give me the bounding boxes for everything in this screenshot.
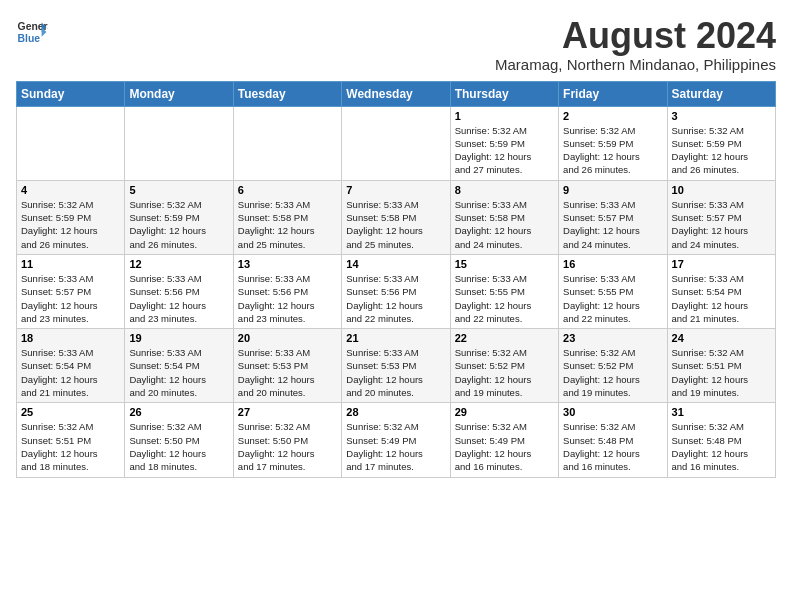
day-number: 31 xyxy=(672,406,771,418)
day-number: 19 xyxy=(129,332,228,344)
day-number: 12 xyxy=(129,258,228,270)
calendar: SundayMondayTuesdayWednesdayThursdayFrid… xyxy=(16,81,776,478)
day-info: Sunrise: 5:33 AM Sunset: 5:56 PM Dayligh… xyxy=(238,272,337,325)
calendar-cell: 21Sunrise: 5:33 AM Sunset: 5:53 PM Dayli… xyxy=(342,329,450,403)
day-number: 22 xyxy=(455,332,554,344)
calendar-cell: 16Sunrise: 5:33 AM Sunset: 5:55 PM Dayli… xyxy=(559,254,667,328)
calendar-cell: 12Sunrise: 5:33 AM Sunset: 5:56 PM Dayli… xyxy=(125,254,233,328)
calendar-cell: 3Sunrise: 5:32 AM Sunset: 5:59 PM Daylig… xyxy=(667,106,775,180)
calendar-cell: 25Sunrise: 5:32 AM Sunset: 5:51 PM Dayli… xyxy=(17,403,125,477)
day-number: 1 xyxy=(455,110,554,122)
main-title: August 2024 xyxy=(495,16,776,56)
calendar-cell: 2Sunrise: 5:32 AM Sunset: 5:59 PM Daylig… xyxy=(559,106,667,180)
day-info: Sunrise: 5:33 AM Sunset: 5:53 PM Dayligh… xyxy=(238,346,337,399)
day-info: Sunrise: 5:33 AM Sunset: 5:56 PM Dayligh… xyxy=(346,272,445,325)
day-info: Sunrise: 5:32 AM Sunset: 5:51 PM Dayligh… xyxy=(672,346,771,399)
day-number: 8 xyxy=(455,184,554,196)
calendar-cell: 14Sunrise: 5:33 AM Sunset: 5:56 PM Dayli… xyxy=(342,254,450,328)
day-number: 18 xyxy=(21,332,120,344)
day-number: 30 xyxy=(563,406,662,418)
day-number: 15 xyxy=(455,258,554,270)
day-info: Sunrise: 5:33 AM Sunset: 5:53 PM Dayligh… xyxy=(346,346,445,399)
day-info: Sunrise: 5:33 AM Sunset: 5:58 PM Dayligh… xyxy=(455,198,554,251)
calendar-cell: 20Sunrise: 5:33 AM Sunset: 5:53 PM Dayli… xyxy=(233,329,341,403)
day-info: Sunrise: 5:33 AM Sunset: 5:57 PM Dayligh… xyxy=(672,198,771,251)
calendar-cell: 10Sunrise: 5:33 AM Sunset: 5:57 PM Dayli… xyxy=(667,180,775,254)
day-of-week-header: Saturday xyxy=(667,81,775,106)
day-number: 16 xyxy=(563,258,662,270)
calendar-cell: 24Sunrise: 5:32 AM Sunset: 5:51 PM Dayli… xyxy=(667,329,775,403)
calendar-cell xyxy=(342,106,450,180)
calendar-cell: 17Sunrise: 5:33 AM Sunset: 5:54 PM Dayli… xyxy=(667,254,775,328)
calendar-cell: 15Sunrise: 5:33 AM Sunset: 5:55 PM Dayli… xyxy=(450,254,558,328)
calendar-cell: 27Sunrise: 5:32 AM Sunset: 5:50 PM Dayli… xyxy=(233,403,341,477)
day-info: Sunrise: 5:33 AM Sunset: 5:54 PM Dayligh… xyxy=(21,346,120,399)
day-info: Sunrise: 5:32 AM Sunset: 5:59 PM Dayligh… xyxy=(129,198,228,251)
calendar-cell: 29Sunrise: 5:32 AM Sunset: 5:49 PM Dayli… xyxy=(450,403,558,477)
day-info: Sunrise: 5:32 AM Sunset: 5:49 PM Dayligh… xyxy=(455,420,554,473)
day-info: Sunrise: 5:33 AM Sunset: 5:58 PM Dayligh… xyxy=(238,198,337,251)
calendar-cell: 26Sunrise: 5:32 AM Sunset: 5:50 PM Dayli… xyxy=(125,403,233,477)
calendar-header-row: SundayMondayTuesdayWednesdayThursdayFrid… xyxy=(17,81,776,106)
day-number: 25 xyxy=(21,406,120,418)
day-info: Sunrise: 5:32 AM Sunset: 5:59 PM Dayligh… xyxy=(455,124,554,177)
calendar-week-row: 18Sunrise: 5:33 AM Sunset: 5:54 PM Dayli… xyxy=(17,329,776,403)
day-info: Sunrise: 5:32 AM Sunset: 5:49 PM Dayligh… xyxy=(346,420,445,473)
calendar-cell: 1Sunrise: 5:32 AM Sunset: 5:59 PM Daylig… xyxy=(450,106,558,180)
day-info: Sunrise: 5:33 AM Sunset: 5:57 PM Dayligh… xyxy=(563,198,662,251)
day-info: Sunrise: 5:33 AM Sunset: 5:56 PM Dayligh… xyxy=(129,272,228,325)
calendar-week-row: 25Sunrise: 5:32 AM Sunset: 5:51 PM Dayli… xyxy=(17,403,776,477)
calendar-cell: 30Sunrise: 5:32 AM Sunset: 5:48 PM Dayli… xyxy=(559,403,667,477)
day-info: Sunrise: 5:32 AM Sunset: 5:59 PM Dayligh… xyxy=(563,124,662,177)
day-number: 26 xyxy=(129,406,228,418)
calendar-cell: 31Sunrise: 5:32 AM Sunset: 5:48 PM Dayli… xyxy=(667,403,775,477)
day-of-week-header: Wednesday xyxy=(342,81,450,106)
day-number: 29 xyxy=(455,406,554,418)
day-info: Sunrise: 5:33 AM Sunset: 5:55 PM Dayligh… xyxy=(455,272,554,325)
day-number: 20 xyxy=(238,332,337,344)
day-info: Sunrise: 5:32 AM Sunset: 5:50 PM Dayligh… xyxy=(129,420,228,473)
calendar-week-row: 11Sunrise: 5:33 AM Sunset: 5:57 PM Dayli… xyxy=(17,254,776,328)
calendar-cell: 19Sunrise: 5:33 AM Sunset: 5:54 PM Dayli… xyxy=(125,329,233,403)
day-info: Sunrise: 5:32 AM Sunset: 5:50 PM Dayligh… xyxy=(238,420,337,473)
day-number: 28 xyxy=(346,406,445,418)
day-number: 27 xyxy=(238,406,337,418)
calendar-cell xyxy=(233,106,341,180)
day-number: 10 xyxy=(672,184,771,196)
day-number: 6 xyxy=(238,184,337,196)
calendar-cell xyxy=(125,106,233,180)
day-info: Sunrise: 5:32 AM Sunset: 5:52 PM Dayligh… xyxy=(455,346,554,399)
calendar-cell xyxy=(17,106,125,180)
day-number: 5 xyxy=(129,184,228,196)
day-number: 21 xyxy=(346,332,445,344)
day-number: 24 xyxy=(672,332,771,344)
calendar-cell: 6Sunrise: 5:33 AM Sunset: 5:58 PM Daylig… xyxy=(233,180,341,254)
calendar-cell: 4Sunrise: 5:32 AM Sunset: 5:59 PM Daylig… xyxy=(17,180,125,254)
calendar-cell: 22Sunrise: 5:32 AM Sunset: 5:52 PM Dayli… xyxy=(450,329,558,403)
calendar-cell: 23Sunrise: 5:32 AM Sunset: 5:52 PM Dayli… xyxy=(559,329,667,403)
calendar-week-row: 4Sunrise: 5:32 AM Sunset: 5:59 PM Daylig… xyxy=(17,180,776,254)
calendar-cell: 11Sunrise: 5:33 AM Sunset: 5:57 PM Dayli… xyxy=(17,254,125,328)
logo-icon: General Blue xyxy=(16,16,48,48)
day-number: 17 xyxy=(672,258,771,270)
header: General Blue August 2024 Maramag, Northe… xyxy=(16,16,776,73)
day-info: Sunrise: 5:33 AM Sunset: 5:58 PM Dayligh… xyxy=(346,198,445,251)
day-of-week-header: Monday xyxy=(125,81,233,106)
day-number: 13 xyxy=(238,258,337,270)
day-number: 7 xyxy=(346,184,445,196)
day-of-week-header: Sunday xyxy=(17,81,125,106)
calendar-cell: 9Sunrise: 5:33 AM Sunset: 5:57 PM Daylig… xyxy=(559,180,667,254)
day-number: 14 xyxy=(346,258,445,270)
day-info: Sunrise: 5:32 AM Sunset: 5:48 PM Dayligh… xyxy=(563,420,662,473)
title-area: August 2024 Maramag, Northern Mindanao, … xyxy=(495,16,776,73)
day-info: Sunrise: 5:33 AM Sunset: 5:54 PM Dayligh… xyxy=(672,272,771,325)
day-number: 3 xyxy=(672,110,771,122)
day-info: Sunrise: 5:32 AM Sunset: 5:52 PM Dayligh… xyxy=(563,346,662,399)
svg-text:Blue: Blue xyxy=(18,33,41,44)
calendar-cell: 13Sunrise: 5:33 AM Sunset: 5:56 PM Dayli… xyxy=(233,254,341,328)
calendar-cell: 5Sunrise: 5:32 AM Sunset: 5:59 PM Daylig… xyxy=(125,180,233,254)
calendar-week-row: 1Sunrise: 5:32 AM Sunset: 5:59 PM Daylig… xyxy=(17,106,776,180)
day-of-week-header: Thursday xyxy=(450,81,558,106)
day-of-week-header: Friday xyxy=(559,81,667,106)
day-info: Sunrise: 5:33 AM Sunset: 5:57 PM Dayligh… xyxy=(21,272,120,325)
